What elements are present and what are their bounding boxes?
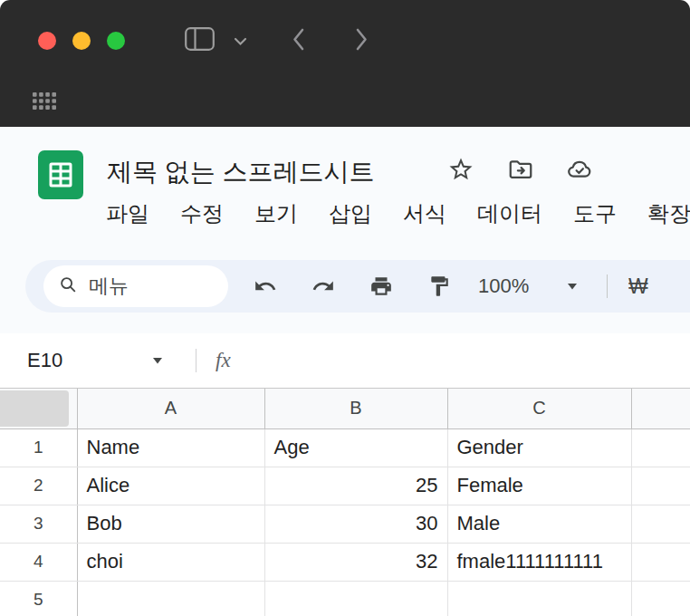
cell-a4[interactable]: choi [77, 543, 264, 581]
cell-a1[interactable]: Name [77, 428, 264, 467]
undo-icon [254, 285, 277, 301]
cell-b1[interactable]: Age [264, 428, 447, 467]
table-row: 2 Alice 25 Female [0, 467, 690, 505]
menu-view[interactable]: 보기 [254, 199, 298, 228]
sidebar-toggle-button[interactable] [185, 27, 215, 51]
cell-c2[interactable]: Female [447, 467, 631, 505]
cell-c4[interactable]: fmale1111111111 [447, 543, 631, 581]
select-all-corner[interactable] [0, 389, 77, 428]
cell-a5[interactable] [77, 581, 264, 616]
close-window-button[interactable] [38, 32, 56, 50]
cell-c1[interactable]: Gender [447, 428, 631, 467]
chevron-right-icon [355, 38, 369, 53]
browser-window: 제목 없는 스프레드시트 파일 수정 [0, 0, 690, 616]
cell-d4[interactable] [631, 543, 690, 581]
cell-d3[interactable] [631, 505, 690, 543]
row-header-3[interactable]: 3 [0, 505, 77, 543]
star-icon [447, 170, 474, 186]
toolbar-divider [607, 274, 608, 298]
paint-format-button[interactable] [427, 274, 451, 298]
formula-bar-divider [196, 349, 196, 372]
column-header-a[interactable]: A [77, 389, 264, 428]
search-input[interactable] [89, 274, 206, 298]
menu-bar: 파일 수정 보기 삽입 서식 데이터 도구 확장 [106, 199, 690, 228]
cell-b2[interactable]: 25 [264, 467, 447, 505]
name-box[interactable]: E10 [27, 333, 62, 388]
chevron-down-icon [234, 34, 247, 49]
forward-button[interactable] [355, 28, 369, 51]
traffic-lights [38, 32, 125, 50]
row-header-4[interactable]: 4 [0, 543, 77, 581]
star-button[interactable] [447, 156, 474, 183]
cell-d2[interactable] [631, 467, 690, 505]
cell-a2[interactable]: Alice [77, 467, 264, 505]
menu-file[interactable]: 파일 [106, 199, 149, 228]
tab-overview-button[interactable] [33, 92, 56, 110]
document-title[interactable]: 제목 없는 스프레드시트 [107, 155, 375, 189]
search-icon [58, 274, 78, 298]
fx-label: fx [216, 333, 231, 388]
table-row: 4 choi 32 fmale1111111111 [0, 543, 690, 581]
minimize-window-button[interactable] [72, 32, 91, 50]
cell-c3[interactable]: Male [447, 505, 631, 543]
print-button[interactable] [369, 274, 393, 298]
formula-bar: E10 fx [0, 333, 690, 389]
column-header-c[interactable]: C [447, 389, 631, 428]
undo-button[interactable] [254, 274, 277, 298]
cell-b4[interactable]: 32 [264, 543, 447, 581]
spreadsheet-grid: A B C 1 Name Age Gender 2 Alice 25 Femal… [0, 389, 690, 616]
corner-shade [0, 390, 69, 427]
toolbar: 100% ₩ [25, 260, 690, 313]
cell-d5[interactable] [631, 581, 690, 616]
cell-b5[interactable] [264, 581, 447, 616]
name-box-caret-icon[interactable] [152, 358, 163, 364]
cell-a3[interactable]: Bob [77, 505, 264, 543]
zoom-window-button[interactable] [107, 32, 125, 50]
app-grid-icon [33, 97, 56, 112]
sheets-header: 제목 없는 스프레드시트 파일 수정 [0, 127, 690, 333]
column-header-b[interactable]: B [264, 389, 447, 428]
sidebar-icon [185, 38, 215, 53]
menu-extensions[interactable]: 확장 [647, 199, 690, 228]
redo-icon [311, 285, 335, 301]
back-button[interactable] [292, 28, 305, 51]
row-header-5[interactable]: 5 [0, 581, 77, 616]
cell-d1[interactable] [631, 428, 690, 467]
column-header-d[interactable] [631, 389, 690, 428]
zoom-dropdown-caret-icon[interactable] [567, 284, 578, 290]
table-row: 1 Name Age Gender [0, 428, 690, 467]
menu-tools[interactable]: 도구 [573, 199, 617, 228]
menu-search-box[interactable] [43, 265, 228, 307]
table-row: 5 [0, 581, 690, 616]
window-titlebar [0, 0, 690, 127]
save-status-button[interactable] [563, 156, 596, 183]
chevron-left-icon [292, 38, 305, 53]
currency-format-button[interactable]: ₩ [628, 260, 648, 313]
menu-insert[interactable]: 삽입 [329, 199, 372, 228]
row-header-1[interactable]: 1 [0, 428, 77, 467]
sheets-logo-icon[interactable] [38, 150, 83, 199]
move-to-folder-button[interactable] [505, 156, 536, 183]
cell-b3[interactable]: 30 [264, 505, 447, 543]
menu-edit[interactable]: 수정 [180, 199, 224, 228]
tab-menu-button[interactable] [234, 37, 247, 46]
cloud-saved-icon [563, 170, 596, 186]
folder-move-icon [505, 170, 536, 186]
printer-icon [369, 285, 393, 301]
table-row: 3 Bob 30 Male [0, 505, 690, 543]
row-header-2[interactable]: 2 [0, 467, 77, 505]
zoom-select[interactable]: 100% [478, 260, 529, 313]
paint-roller-icon [427, 285, 451, 301]
cell-c5[interactable] [447, 581, 631, 616]
redo-button[interactable] [311, 274, 335, 298]
menu-format[interactable]: 서식 [403, 199, 446, 228]
menu-data[interactable]: 데이터 [477, 199, 542, 228]
